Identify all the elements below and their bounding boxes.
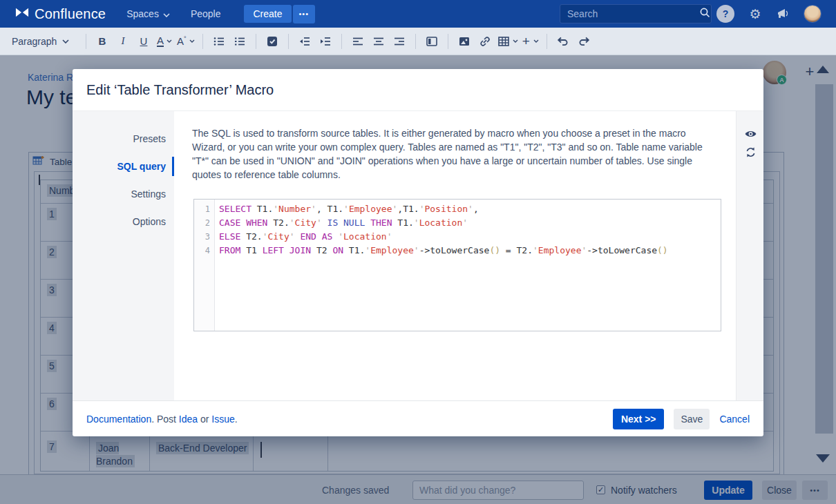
issue-link[interactable]: Issue bbox=[211, 414, 234, 425]
bold-button[interactable]: B bbox=[94, 32, 111, 51]
page-layout-icon[interactable] bbox=[424, 32, 440, 51]
confluence-logo[interactable]: Confluence bbox=[15, 6, 106, 22]
italic-button[interactable]: I bbox=[115, 32, 131, 51]
confluence-editor: Confluence Spaces People Create ••• ? ⚙ … bbox=[0, 0, 836, 504]
dialog-side-actions bbox=[736, 111, 763, 400]
insert-table-icon[interactable] bbox=[497, 32, 518, 51]
sql-description: The SQL is used to transform source tabl… bbox=[192, 126, 718, 182]
code-gutter: 1234 bbox=[194, 200, 215, 331]
bullet-list-icon[interactable] bbox=[211, 32, 227, 51]
align-center-icon[interactable] bbox=[370, 32, 387, 51]
search-icon[interactable] bbox=[699, 7, 716, 21]
next-button[interactable]: Next >> bbox=[613, 409, 665, 429]
insert-more-icon[interactable]: + bbox=[522, 32, 539, 51]
text-color-button[interactable]: A bbox=[156, 32, 173, 51]
line-number: 2 bbox=[194, 216, 210, 230]
dialog-main: The SQL is used to transform source tabl… bbox=[174, 111, 736, 400]
confluence-logo-icon bbox=[15, 6, 29, 21]
preview-eye-icon[interactable] bbox=[737, 125, 764, 143]
dialog-header: Edit ‘Table Transformer’ Macro bbox=[73, 69, 763, 111]
insert-image-icon[interactable] bbox=[456, 32, 473, 51]
edit-macro-dialog: Edit ‘Table Transformer’ Macro Presets S… bbox=[73, 69, 763, 436]
undo-icon[interactable] bbox=[555, 32, 571, 51]
redo-icon[interactable] bbox=[576, 32, 592, 51]
documentation-link[interactable]: Documentation bbox=[86, 414, 151, 425]
save-button[interactable]: Save bbox=[674, 409, 710, 429]
tab-options[interactable]: Options bbox=[73, 208, 174, 235]
highlight-color-button[interactable]: A° bbox=[177, 32, 195, 51]
chevron-down-icon bbox=[163, 8, 170, 19]
line-number: 3 bbox=[194, 230, 210, 244]
code-line: FROM T1 LEFT JOIN T2 ON T1.'Employee'->t… bbox=[219, 244, 721, 258]
nav-people[interactable]: People bbox=[191, 8, 221, 19]
dialog-footer: Documentation. Post Idea or Issue. Next … bbox=[73, 400, 763, 436]
refresh-icon[interactable] bbox=[737, 143, 764, 161]
user-avatar[interactable] bbox=[804, 5, 821, 23]
task-list-icon[interactable] bbox=[264, 32, 281, 51]
code-lines: SELECT T1.'Number', T1.'Employee',T1.'Po… bbox=[215, 200, 721, 331]
insert-link-icon[interactable] bbox=[477, 32, 493, 51]
announcement-icon[interactable] bbox=[774, 5, 792, 23]
nav-spaces[interactable]: Spaces bbox=[126, 8, 170, 19]
editor-toolbar: Paragraph B I U A A° bbox=[0, 28, 836, 55]
code-line: CASE WHEN T2.'City' IS NULL THEN T1.'Loc… bbox=[219, 216, 721, 230]
line-number: 1 bbox=[194, 202, 210, 216]
line-number: 4 bbox=[194, 244, 210, 258]
tab-sql-query[interactable]: SQL query bbox=[73, 153, 174, 180]
logo-text: Confluence bbox=[35, 6, 106, 22]
tab-presets[interactable]: Presets bbox=[73, 125, 174, 153]
underline-button[interactable]: U bbox=[135, 32, 152, 51]
create-button[interactable]: Create bbox=[244, 5, 291, 23]
dialog-body: Presets SQL query Settings Options The S… bbox=[73, 111, 763, 400]
help-icon[interactable]: ? bbox=[716, 5, 734, 23]
search-input[interactable] bbox=[560, 8, 699, 19]
align-right-icon[interactable] bbox=[391, 32, 408, 51]
code-line: ELSE T2.'City' END AS 'Location' bbox=[219, 230, 721, 244]
gear-icon[interactable]: ⚙ bbox=[746, 5, 764, 23]
top-nav: Confluence Spaces People Create ••• ? ⚙ bbox=[0, 0, 836, 28]
align-left-icon[interactable] bbox=[350, 32, 366, 51]
dialog-sidebar: Presets SQL query Settings Options bbox=[73, 111, 174, 400]
cancel-link[interactable]: Cancel bbox=[719, 414, 750, 425]
nav-search bbox=[560, 4, 712, 23]
indent-icon[interactable] bbox=[317, 32, 334, 51]
outdent-icon[interactable] bbox=[296, 32, 313, 51]
code-line: SELECT T1.'Number', T1.'Employee',T1.'Po… bbox=[219, 202, 721, 216]
idea-link[interactable]: Idea bbox=[179, 414, 198, 425]
tab-settings[interactable]: Settings bbox=[73, 180, 174, 208]
chevron-down-icon bbox=[62, 39, 69, 43]
numbered-list-icon[interactable] bbox=[231, 32, 248, 51]
paragraph-style-dropdown[interactable]: Paragraph bbox=[12, 32, 78, 51]
dialog-title: Edit ‘Table Transformer’ Macro bbox=[86, 82, 274, 97]
sql-code-editor[interactable]: 1234 SELECT T1.'Number', T1.'Employee',T… bbox=[193, 199, 721, 331]
nav-more-button[interactable]: ••• bbox=[293, 5, 316, 23]
